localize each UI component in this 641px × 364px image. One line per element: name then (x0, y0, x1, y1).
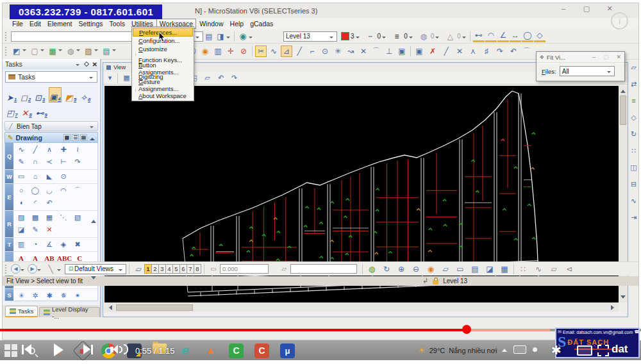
close-button[interactable]: ✕ (603, 4, 617, 13)
toolbar-icon-powerselector[interactable]: ✂ (255, 46, 267, 57)
toolbar-icon-measure-angle[interactable]: ∠ (497, 30, 509, 42)
drawing-tool-place-bspline[interactable]: ∩ (29, 156, 42, 168)
menu-item-element[interactable]: Element (44, 19, 76, 29)
taskbar-app-vlc[interactable]: ▲ (203, 343, 218, 358)
workspace-menu-item-button-assignments[interactable]: Button Assignments... (133, 64, 193, 72)
toolbar-icon-snap-perpendicular[interactable]: ⊥ (383, 46, 395, 57)
view-control-window-area[interactable]: ◉ (424, 263, 437, 275)
task-tool-drop-element[interactable]: ⊡3 (35, 87, 45, 103)
angle-field[interactable] (290, 264, 357, 274)
dialog-close-button[interactable]: ✕ (616, 54, 621, 60)
toolbar-icon-modify-element[interactable]: ▣ (413, 46, 425, 57)
toolbar-grip[interactable] (5, 265, 8, 274)
scroll-thumb[interactable] (620, 95, 626, 125)
tab-tasks[interactable]: Tasks (5, 306, 38, 317)
drawing-tool-change-pattern[interactable]: ✎ (29, 224, 42, 236)
scroll-thumb[interactable] (116, 304, 193, 311)
drawing-tool-place-cell-c[interactable]: ✱ (43, 290, 56, 301)
taskbar-app-microstation[interactable]: μ (280, 343, 295, 358)
view-control-fit-view[interactable]: ▱ (439, 263, 452, 275)
layout-grid-icon[interactable]: ▦ (63, 134, 71, 141)
chevron-down-icon[interactable] (58, 49, 62, 53)
chevron-down-icon[interactable] (57, 269, 61, 273)
manipulate-tool-stretch-element[interactable]: ∿ (628, 195, 639, 206)
toolbar-icon-measure-area[interactable]: ◯ (522, 30, 533, 42)
menu-item-help[interactable]: Help (227, 19, 247, 29)
toolbar-icon-keyin-send[interactable]: ◨ (215, 31, 226, 42)
drawing-tool-place-bracket[interactable]: ⊢ (57, 156, 70, 168)
chevron-down-icon[interactable] (76, 49, 80, 53)
video-progress-bar[interactable] (0, 329, 641, 331)
drawing-tool-linear-pattern[interactable]: ⋱ (57, 211, 70, 224)
horizontal-scrollbar[interactable] (104, 302, 619, 312)
toolbar-icon-measure-distance[interactable]: ⊷ (473, 30, 485, 42)
transparency-icon[interactable]: ◍ (418, 31, 429, 42)
toolbar-icon-snap-arc[interactable]: ⌒ (370, 46, 382, 57)
scroll-left-icon[interactable] (106, 305, 112, 310)
dialog-minimize-button[interactable]: – (592, 54, 595, 60)
chevron-down-icon[interactable] (40, 49, 44, 53)
view-control-view-flags[interactable]: ◪ (483, 263, 496, 275)
drawing-tool-place-arc[interactable]: ◡ (43, 185, 56, 197)
minimize-button[interactable]: – (556, 4, 570, 13)
video-info-icon[interactable]: i (611, 12, 628, 29)
drawing-tool-measure-angle[interactable]: ∡ (43, 238, 56, 251)
drawing-tool-measure-distance[interactable]: ▥ (15, 238, 28, 251)
tab-level-display[interactable]: Level Display -... (39, 307, 100, 317)
view-display-icon[interactable]: ▾ (105, 72, 115, 83)
view-control-rotate-view[interactable]: ▭ (454, 263, 467, 275)
task-tool-change-attributes[interactable]: ◩5 (65, 87, 76, 103)
drawing-tool-place-cell-b[interactable]: ✲ (29, 290, 42, 301)
snap-mode-icon[interactable]: ↲ (422, 277, 428, 285)
layout-list-icon[interactable]: ☰ (72, 134, 79, 141)
drawing-tool-place-circle[interactable]: ○ (15, 185, 28, 197)
drawing-tool-place-line[interactable]: ╱ (29, 144, 42, 156)
files-combo[interactable]: All (560, 66, 615, 76)
drawing-tool-place-curve-arc[interactable]: ⌒ (71, 185, 84, 197)
chevron-down-icon[interactable] (356, 37, 360, 40)
priority-icon[interactable]: △ (444, 31, 456, 42)
drawing-tool-place-smartline[interactable]: ∿ (15, 144, 28, 156)
toolbar-icon-intersect[interactable]: ⋏ (467, 46, 479, 57)
drawing-tool-place-half-ellipse[interactable]: ◖ (15, 197, 28, 209)
toolbar-icon-level-manager[interactable]: ▤ (101, 46, 112, 57)
chevron-down-icon[interactable] (21, 269, 24, 273)
active-color-swatch[interactable] (341, 32, 349, 40)
toolbar-icon-keyin-table[interactable]: ▤ (203, 31, 215, 42)
drawing-tool-place-cell-d[interactable]: ✵ (57, 290, 70, 301)
view-tool-view-previous[interactable]: ↶ (215, 72, 227, 83)
task-tool-delete-element[interactable]: ✕8 (21, 104, 31, 119)
view-lens-icon[interactable]: ◉ (237, 31, 249, 42)
drawing-tool-split-curve[interactable]: ≺ (43, 156, 56, 168)
manipulate-tool-rotate-element[interactable]: ↻ (628, 129, 639, 140)
drawing-tool-place-cell-a[interactable]: ✳ (15, 290, 28, 301)
chevron-down-icon[interactable] (435, 37, 439, 40)
menu-item-gcadas[interactable]: gCadas (247, 19, 276, 29)
drawing-tool-place-point[interactable]: ✚ (57, 144, 70, 156)
toolbar-icon-place-smartline[interactable]: ⊿ (281, 46, 292, 57)
view-control-pan-view[interactable]: ▤ (469, 263, 481, 275)
toolbar-icon-measure-radius[interactable]: ◠ (485, 30, 497, 42)
dialog-title-bar[interactable]: ✥ Fit Vi... – ▢ ✕ (537, 52, 624, 63)
line-style-icon[interactable]: ╍ (365, 31, 376, 42)
view-toggle-8[interactable]: 8 (194, 264, 201, 274)
chevron-down-icon[interactable] (409, 37, 413, 40)
view-control-zoom-out[interactable]: ⊖ (410, 263, 422, 275)
scroll-down-icon[interactable] (91, 279, 97, 285)
pen-tool-icon[interactable]: ╲ (44, 263, 57, 275)
task-tool-popset[interactable]: ✧6 (80, 87, 90, 103)
menu-item-file[interactable]: File (9, 19, 26, 29)
chevron-down-icon[interactable] (382, 37, 386, 40)
active-level-combo[interactable]: Level 13 (283, 31, 337, 42)
toolbar-icon-new-file[interactable]: ▢ (29, 46, 40, 57)
restore-button[interactable]: ▢ (579, 4, 594, 13)
manipulate-tool-scale-element[interactable]: ◇ (628, 112, 639, 123)
manipulate-tool-move-element[interactable]: ⇄ (628, 79, 639, 90)
toolbar-icon-delete-vertex[interactable]: ✗ (427, 46, 438, 57)
toolbar-icon-chamfer[interactable]: ↶ (508, 46, 519, 57)
chevron-down-icon[interactable] (249, 37, 253, 40)
aux-tool-new-group[interactable]: ▱ (547, 263, 560, 275)
drawing-tool-place-orthogonal-shape[interactable]: ◣ (43, 170, 56, 183)
menu-item-window[interactable]: Window (196, 19, 226, 29)
view-toggle-all-icon[interactable]: ▱ (132, 263, 145, 275)
